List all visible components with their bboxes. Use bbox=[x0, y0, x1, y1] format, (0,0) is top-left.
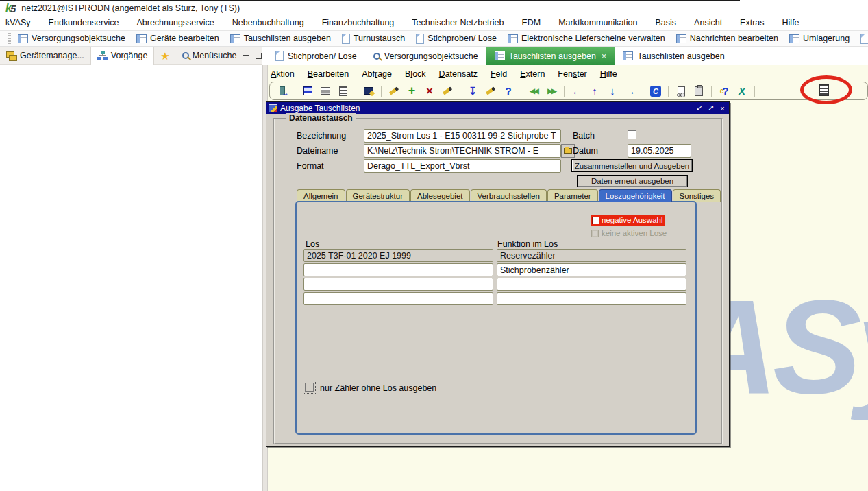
maximize-window-icon[interactable]: ↗ bbox=[706, 104, 715, 112]
daten-erneut-button[interactable]: Daten erneut ausgeben bbox=[577, 175, 688, 187]
panel-vorgaenge[interactable]: Vorgänge bbox=[90, 47, 155, 65]
forms-menu-datensatz[interactable]: Datensatz bbox=[439, 69, 478, 79]
zusammenstellen-button[interactable]: Zusammenstellen und Ausgeben bbox=[571, 159, 693, 172]
tab-allgemein[interactable]: Allgemein bbox=[297, 189, 345, 202]
funktion-row-4[interactable] bbox=[497, 292, 686, 305]
bezeichnung-input[interactable]: 2025_Strom Los 1 - E15 00311 99-2 Stichp… bbox=[364, 129, 561, 143]
tab-tauschlisten-ausgeben-2[interactable]: Tauschlisten ausgeben bbox=[615, 47, 732, 65]
batch-checkbox[interactable] bbox=[628, 130, 636, 139]
forms-menu-aktion[interactable]: Aktion bbox=[271, 69, 295, 79]
restore-panel-icon[interactable] bbox=[256, 53, 262, 59]
tab-parameter[interactable]: Parameter bbox=[547, 189, 598, 202]
query-count-icon[interactable]: e? bbox=[717, 84, 731, 98]
excel-export-icon[interactable]: X bbox=[735, 84, 749, 98]
los-row-1[interactable]: 2025 T3F-01 2020 EJ 1999 bbox=[303, 249, 493, 262]
previous-record-icon[interactable]: ↑ bbox=[588, 84, 602, 98]
previous-field-icon[interactable]: ← bbox=[570, 84, 584, 98]
download-icon[interactable]: ↧ bbox=[466, 84, 480, 98]
close-window-icon[interactable]: × bbox=[718, 104, 727, 112]
menu-basis[interactable]: Basis bbox=[656, 18, 677, 27]
siv-logo-icon[interactable]: C bbox=[649, 84, 662, 98]
shortcut-uebersicht[interactable]: Übersicht zur Anz bbox=[860, 34, 868, 44]
forms-menu-bearbeiten[interactable]: Bearbeiten bbox=[308, 69, 349, 79]
clear-record-icon[interactable] bbox=[441, 84, 454, 98]
los-row-2[interactable] bbox=[303, 263, 493, 276]
forms-menu-abfrage[interactable]: Abfrage bbox=[362, 69, 392, 79]
dateiname-input[interactable]: K:\Netz\Technik Strom\TECHNIK STROM - E bbox=[364, 144, 561, 158]
save-icon[interactable] bbox=[301, 84, 314, 98]
los-row-4[interactable] bbox=[303, 292, 493, 305]
enter-query-icon[interactable] bbox=[387, 84, 401, 98]
print-icon[interactable] bbox=[319, 84, 332, 98]
panel-favorites[interactable]: ★ bbox=[154, 47, 175, 65]
keine-aktiven-lose-label: keine aktiven Lose bbox=[602, 229, 667, 237]
exit-icon[interactable]: → bbox=[275, 84, 289, 98]
menu-extras[interactable]: Extras bbox=[740, 18, 764, 27]
shortcut-umlagerung[interactable]: Umlagerung bbox=[789, 34, 850, 43]
next-field-icon[interactable]: → bbox=[623, 84, 637, 98]
datum-input[interactable]: 19.05.2025 bbox=[628, 144, 691, 158]
tab-tauschlisten-ausgeben-active[interactable]: Tauschlisten ausgeben× bbox=[486, 47, 615, 65]
close-tab-icon[interactable]: × bbox=[602, 51, 607, 61]
document-icon bbox=[860, 34, 868, 44]
insert-record-icon[interactable]: + bbox=[405, 84, 419, 98]
format-label: Format bbox=[297, 161, 324, 171]
minimize-window-icon[interactable]: ↙ bbox=[695, 104, 704, 112]
forms-menu-block[interactable]: Block bbox=[405, 69, 426, 79]
next-block-icon[interactable]: ▶▶ bbox=[545, 84, 558, 98]
tab-stichproben-lose[interactable]: Stichproben/ Lose bbox=[267, 47, 365, 65]
edit-icon[interactable] bbox=[484, 84, 497, 98]
menu-finanzbuchhaltung[interactable]: Finanzbuchhaltung bbox=[322, 18, 395, 27]
panel-geraetemanager[interactable]: Gerätemanage... bbox=[0, 47, 90, 65]
nur-zaehler-checkbox[interactable] bbox=[305, 383, 314, 392]
funktion-row-1[interactable]: Reservezähler bbox=[497, 249, 686, 262]
record-info-icon[interactable] bbox=[674, 84, 688, 98]
panel-menuesuche[interactable]: Menüsuche bbox=[176, 47, 243, 65]
shortcut-tauschlisten-ausgeben[interactable]: Tauschlisten ausgeben bbox=[230, 34, 331, 43]
forms-menu-hilfe[interactable]: Hilfe bbox=[600, 69, 617, 79]
form-icon bbox=[230, 34, 240, 43]
next-record-icon[interactable]: ↓ bbox=[606, 84, 619, 98]
keine-aktiven-lose-checkbox bbox=[591, 230, 599, 237]
tab-versorgungsobjektsuche[interactable]: Versorgungsobjektsuche bbox=[365, 47, 486, 65]
menu-technischer-netzbetrieb[interactable]: Technischer Netzbetrieb bbox=[412, 18, 504, 27]
menu-edm[interactable]: EDM bbox=[521, 18, 541, 27]
minimize-panel-icon[interactable] bbox=[243, 55, 249, 60]
clipboard-icon[interactable] bbox=[692, 84, 706, 98]
delete-record-icon[interactable]: × bbox=[423, 84, 436, 98]
forms-menu-feld[interactable]: Feld bbox=[491, 69, 507, 79]
shortcut-geraete-bearbeiten[interactable]: Geräte bearbeiten bbox=[136, 34, 219, 43]
forms-menu-extern[interactable]: Extern bbox=[520, 69, 545, 79]
shortcut-elektronische-lieferscheine[interactable]: Elektronische Lieferscheine verwalten bbox=[508, 34, 665, 43]
edit-window-icon[interactable] bbox=[362, 84, 375, 98]
los-row-3[interactable] bbox=[303, 278, 493, 291]
menu-endkundenservice[interactable]: Endkundenservice bbox=[49, 18, 119, 27]
shortcut-stichproben-lose[interactable]: Stichproben/ Lose bbox=[416, 34, 497, 44]
shortcut-nachrichten-bearbeiten[interactable]: Nachrichten bearbeiten bbox=[676, 34, 778, 43]
menu-ansicht[interactable]: Ansicht bbox=[694, 18, 722, 27]
funktion-row-2[interactable]: Stichprobenzähler bbox=[497, 263, 686, 276]
previous-block-icon[interactable]: ◀◀ bbox=[527, 84, 541, 98]
toolbar-drag-handle[interactable] bbox=[8, 33, 11, 44]
list-values-icon[interactable] bbox=[336, 84, 350, 98]
negative-auswahl-option[interactable]: negative Auswahl bbox=[591, 215, 665, 226]
menu-kvasy[interactable]: kVASy bbox=[5, 18, 31, 27]
tab-geraetestruktur[interactable]: Gerätestruktur bbox=[346, 189, 410, 202]
menu-nebenbuchhaltung[interactable]: Nebenbuchhaltung bbox=[232, 18, 304, 27]
format-input[interactable]: Derago_TTL_Export_Vbrst bbox=[364, 159, 561, 173]
kvasy-logo-icon: 5 bbox=[10, 3, 16, 14]
tab-verbrauchsstellen[interactable]: Verbrauchsstellen bbox=[471, 189, 547, 202]
negative-auswahl-checkbox[interactable] bbox=[592, 217, 599, 224]
menu-hilfe[interactable]: Hilfe bbox=[782, 18, 799, 27]
menu-abrechnungsservice[interactable]: Abrechnungsservice bbox=[136, 18, 214, 27]
dialog-titlebar[interactable]: Ausgabe Tauschlisten ↙ ↗ × bbox=[266, 102, 729, 114]
funktion-row-3[interactable] bbox=[497, 278, 686, 291]
tab-ablesegebiet[interactable]: Ablesegebiet bbox=[410, 189, 470, 202]
shortcut-versorgungsobjektsuche[interactable]: Versorgungsobjektsuche bbox=[18, 34, 125, 43]
menu-marktkommunikation[interactable]: Marktkommunikation bbox=[558, 18, 637, 27]
forms-menu-fenster[interactable]: Fenster bbox=[558, 69, 586, 79]
tab-loszugehoerigkeit[interactable]: Loszugehörigkeit bbox=[599, 189, 672, 202]
help-icon[interactable]: ? bbox=[501, 84, 515, 98]
tab-sonstiges[interactable]: Sonstiges bbox=[673, 189, 721, 202]
shortcut-turnustausch[interactable]: Turnustausch bbox=[342, 34, 405, 44]
